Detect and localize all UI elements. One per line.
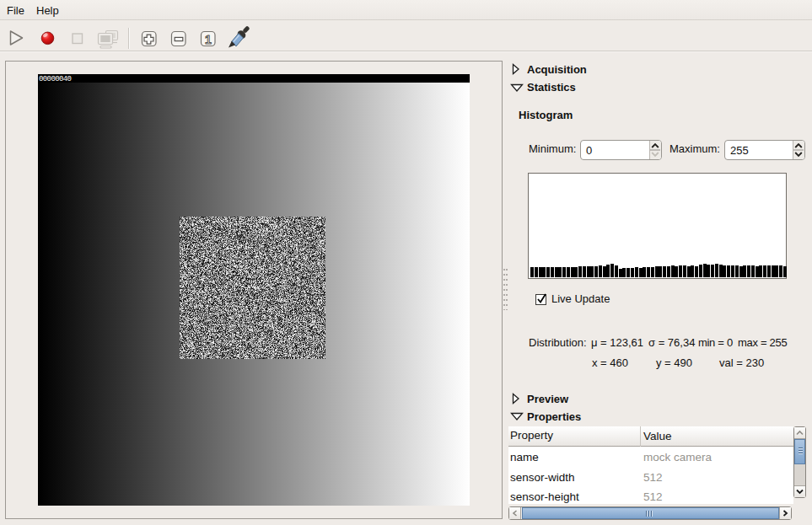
svg-text:1: 1 [205, 33, 212, 46]
